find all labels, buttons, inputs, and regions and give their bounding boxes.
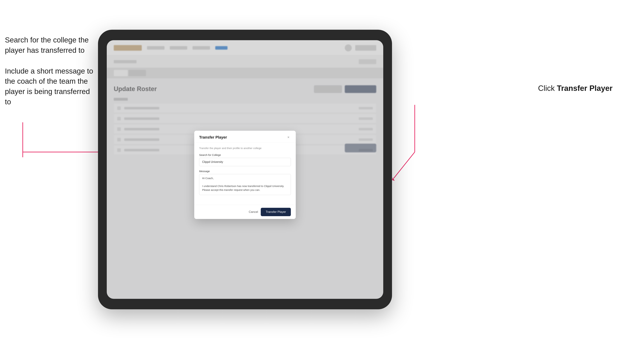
svg-line-4 [394, 152, 415, 178]
tablet-frame: Update Roster [98, 30, 392, 309]
annotation-right: Click Transfer Player [538, 84, 612, 93]
tablet-screen: Update Roster [107, 40, 383, 299]
modal-footer: Cancel Transfer Player [194, 205, 296, 219]
svg-marker-5 [392, 177, 394, 181]
annotation-left-bottom: Include a short message to the coach of … [5, 66, 96, 107]
modal-overlay: Transfer Player × Transfer the player an… [107, 40, 383, 299]
search-college-input[interactable] [199, 158, 291, 166]
annotation-left-top: Search for the college the player has tr… [5, 35, 96, 56]
modal-title: Transfer Player [199, 135, 227, 140]
modal-subtitle: Transfer the player and their profile to… [199, 146, 291, 150]
modal-close-button[interactable]: × [286, 135, 291, 140]
modal-body: Transfer the player and their profile to… [194, 143, 296, 205]
transfer-player-button[interactable]: Transfer Player [261, 208, 291, 216]
transfer-player-modal: Transfer Player × Transfer the player an… [194, 131, 296, 219]
search-college-label: Search for College [199, 154, 291, 156]
message-label: Message [199, 170, 291, 173]
annotation-left: Search for the college the player has tr… [5, 35, 96, 118]
cancel-button[interactable]: Cancel [249, 210, 258, 214]
annotation-right-prefix: Click [538, 84, 557, 92]
modal-header: Transfer Player × [194, 131, 296, 143]
annotation-right-bold: Transfer Player [557, 84, 612, 92]
message-textarea[interactable]: Hi Coach, I understand Chris Robertson h… [199, 174, 291, 195]
